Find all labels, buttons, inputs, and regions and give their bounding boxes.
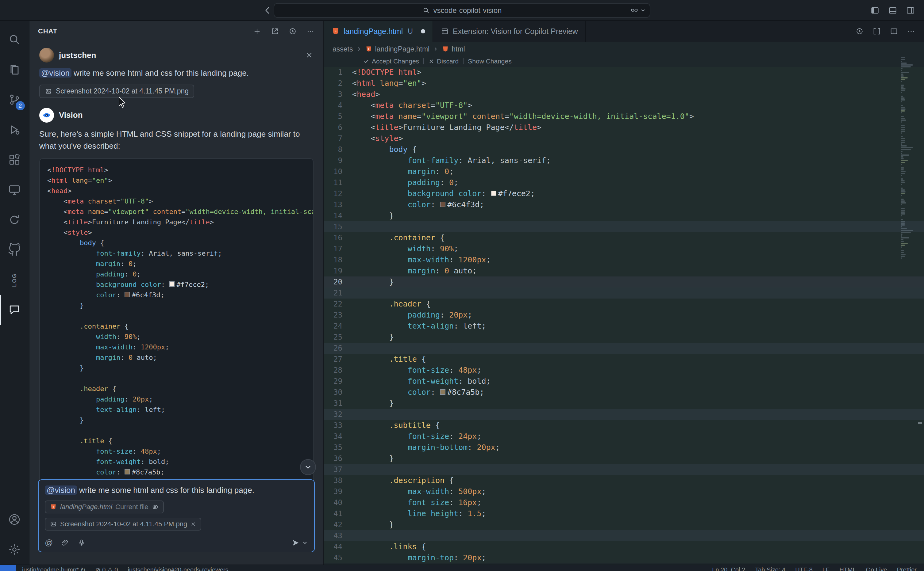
toggle-panel-icon[interactable] [888,6,898,15]
git-status-badge: U [408,27,413,35]
activity-source-control[interactable]: 2 [0,85,29,115]
status-item[interactable]: justschen/vision#20-needs-reviewers [128,565,228,571]
status-item[interactable]: Tab Size: 4 [755,565,785,571]
status-item[interactable]: ⊘ 0 ⚠ 0 [95,565,118,571]
activity-search[interactable] [0,25,29,54]
message-attachment[interactable]: Screenshot 2024-10-02 at 4.11.45 PM.png [39,85,194,98]
search-icon [423,7,430,14]
chat-panel-title: CHAT [38,27,57,35]
user-name: justschen [59,51,96,60]
activity-explorer[interactable] [0,54,29,85]
status-item[interactable]: HTML [839,565,856,571]
chevron-down-icon [640,7,646,14]
image-icon [45,88,52,95]
send-menu-chevron-icon[interactable] [302,540,308,546]
input-attachment-pill[interactable]: Screenshot 2024-10-02 at 4.11.45 PM.png [45,518,201,531]
minimap[interactable] [901,57,915,259]
activity-github[interactable] [0,235,29,265]
eye-off-icon [152,503,159,511]
tab-landing-page[interactable]: 5 landingPage.html U [324,21,433,42]
html-file-icon: 5 [365,45,372,53]
mention-chip[interactable]: @vision [39,68,71,77]
attach-icon[interactable] [61,539,69,547]
context-file-pill[interactable]: 5 landingPage.html Current file [45,500,164,513]
user-message: @vision write me some html and css for t… [39,68,314,79]
assistant-intro: Sure, here's a simple HTML and CSS snipp… [39,128,314,152]
activity-bar: 2 LOG [0,21,29,565]
chevron-right-icon [433,46,439,52]
user-avatar [39,48,54,63]
split-editor-icon[interactable] [890,27,898,35]
status-item[interactable]: Ln 20, Col 2 [712,565,745,571]
editor-more-icon[interactable] [907,27,915,35]
toggle-sidebar-left-icon[interactable] [870,6,880,15]
image-icon [50,520,57,528]
chat-panel: CHAT justschen @vision write me some htm… [29,21,324,565]
activity-log[interactable]: LOG [0,265,29,295]
overview-ruler[interactable] [916,56,924,565]
mention-icon[interactable]: @ [45,538,53,548]
modified-dot-icon[interactable] [421,29,425,33]
status-bar: justin/readme-bump* ↻⊘ 0 ⚠ 0justschen/vi… [0,565,924,571]
breadcrumb-file[interactable]: 5landingPage.html [365,45,429,53]
status-left: justin/readme-bump* ↻⊘ 0 ⚠ 0justschen/vi… [16,565,228,571]
copilot-icon [630,6,639,15]
html-file-icon: 5 [50,503,57,511]
html-symbol-icon [442,45,449,53]
copilot-menu[interactable] [630,4,646,17]
mic-icon[interactable] [77,539,86,547]
status-item[interactable]: Prettier [897,565,917,571]
breadcrumb-symbol[interactable]: html [442,45,465,53]
status-right: Ln 20, Col 2Tab Size: 4UTF-8LFHTMLGo Liv… [712,565,924,571]
chevron-right-icon [356,46,362,52]
activity-extensions[interactable] [0,145,29,175]
chat-more-icon[interactable] [306,27,315,35]
tab-bar: 5 landingPage.html U Extension: Vision f… [324,21,924,42]
accept-changes-link[interactable]: Accept Changes [363,58,419,65]
editor-lines: 1<!DOCTYPE html>2<html lang="en">3<head>… [324,67,924,563]
remove-attachment-icon [190,521,197,527]
editor-code-area[interactable]: Accept Changes Discard Show Changes 1<!D… [324,56,924,565]
status-item[interactable]: justin/readme-bump* ↻ [22,565,85,571]
breadcrumb: assets 5landingPage.html html [324,42,924,56]
activity-chat[interactable] [0,295,29,325]
status-item[interactable]: Go Live [866,565,887,571]
new-chat-icon[interactable] [253,27,262,35]
timeline-icon[interactable] [855,27,864,35]
tab-extension-preview[interactable]: Extension: Vision for Copilot Preview [433,21,586,42]
status-item[interactable]: LF [822,565,830,571]
chat-history-icon[interactable] [288,27,297,35]
close-icon [428,58,434,64]
show-changes-link[interactable]: Show Changes [468,58,511,65]
chat-code: <!DOCTYPE html><html lang="en"><head> <m… [47,165,306,477]
activity-run-debug[interactable] [0,115,29,145]
compare-changes-icon[interactable] [873,27,881,35]
send-icon[interactable] [291,539,300,547]
open-chat-editor-icon[interactable] [271,27,279,35]
html-file-icon: 5 [331,27,340,35]
mouse-cursor-icon [118,96,126,108]
scroll-to-bottom-button[interactable] [300,459,316,475]
svg-text:5: 5 [368,48,370,50]
activity-accounts[interactable] [0,505,29,534]
command-center[interactable]: vscode-copilot-vision [274,3,650,18]
discard-link[interactable]: Discard [428,58,459,65]
svg-text:5: 5 [335,29,336,32]
nav-back-icon[interactable] [263,6,272,15]
extension-window-icon [441,27,449,35]
breadcrumb-assets[interactable]: assets [333,45,353,53]
activity-live-preview[interactable] [0,175,29,205]
editor-group: 5 landingPage.html U Extension: Vision f… [324,21,924,565]
status-item[interactable]: UTF-8 [795,565,813,571]
remote-indicator[interactable] [0,565,16,571]
activity-settings[interactable] [0,534,29,565]
close-message-icon[interactable] [305,51,314,59]
chat-input[interactable]: @vision write me some html and css for t… [38,479,315,552]
command-center-text: vscode-copilot-vision [433,6,502,15]
titlebar: vscode-copilot-vision [0,0,924,21]
activity-restart-icon[interactable] [0,205,29,235]
toggle-sidebar-right-icon[interactable] [905,6,915,15]
assistant-name: Vision [59,110,83,120]
vision-avatar [39,108,54,123]
chat-conversation: justschen @vision write me some html and… [29,42,323,565]
